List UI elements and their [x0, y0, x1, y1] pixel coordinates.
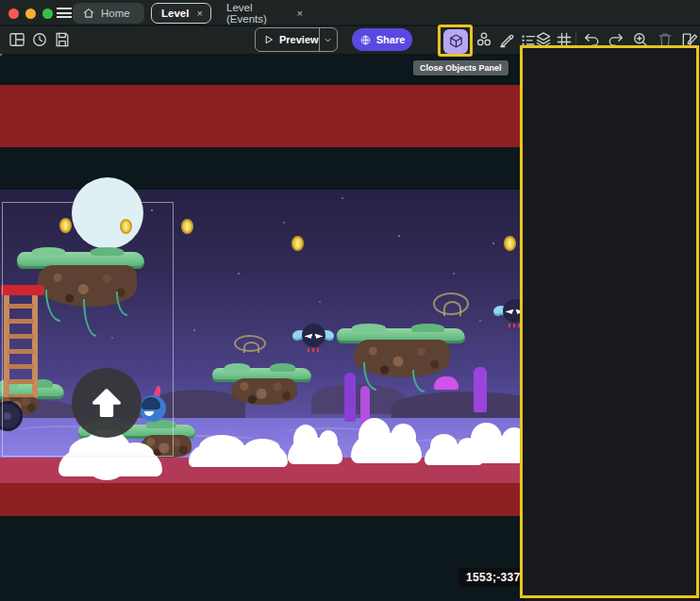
- share-button[interactable]: Share: [352, 28, 412, 51]
- toolbar-separator: [575, 32, 576, 48]
- undo-icon[interactable]: [582, 30, 601, 49]
- more-options-icon[interactable]: ⋮: [678, 471, 690, 484]
- object-search-input[interactable]: [559, 86, 654, 99]
- object-icon: [563, 447, 579, 463]
- more-options-icon[interactable]: ⋮: [678, 282, 690, 295]
- more-options-icon[interactable]: ⋮: [678, 353, 690, 366]
- object-item-monsterparticles[interactable]: MonsterParticles ⋮: [525, 373, 700, 396]
- object-name: MonsterParticles: [585, 379, 673, 391]
- grid-icon[interactable]: [555, 30, 574, 49]
- macos-minimize-button[interactable]: [25, 8, 36, 19]
- preview-button[interactable]: Preview: [255, 27, 338, 52]
- expander-icon[interactable]: [549, 168, 558, 176]
- object-item-coinparticles[interactable]: CoinParticles ⋮: [525, 396, 700, 420]
- object-item-characters[interactable]: Characters ⋮: [525, 160, 700, 184]
- save-icon[interactable]: [53, 30, 72, 49]
- add-folder-icon[interactable]: [673, 84, 691, 100]
- platform-instance[interactable]: [212, 368, 311, 434]
- more-options-icon[interactable]: ⋮: [678, 235, 690, 248]
- object-item-leftboundary[interactable]: LeftBoundary ⋮: [525, 538, 700, 561]
- macos-zoom-button[interactable]: [42, 8, 53, 19]
- monster-instance[interactable]: [292, 322, 334, 354]
- more-options-icon[interactable]: ⋮: [678, 542, 690, 555]
- more-options-icon[interactable]: ⋮: [678, 164, 690, 177]
- globe-icon: [359, 34, 372, 46]
- tab-label: Home: [101, 8, 130, 19]
- object-item-platform4[interactable]: Platform4 ⋮: [525, 255, 700, 278]
- more-options-icon[interactable]: ⋮: [678, 518, 690, 531]
- object-item-portal[interactable]: Portal ⋮: [525, 278, 700, 302]
- object-icon: [563, 353, 579, 369]
- section-label: Scene Objects: [552, 142, 630, 156]
- object-icon: [563, 188, 579, 204]
- tab-level[interactable]: Level ×: [151, 3, 211, 24]
- gdevelop-window: Home Level × Level (Events) × Preview Sh…: [0, 0, 700, 601]
- play-icon: [263, 34, 275, 45]
- more-options-icon[interactable]: ⋮: [678, 306, 690, 319]
- more-options-icon[interactable]: ⋮: [678, 188, 690, 201]
- more-options-icon[interactable]: ⋮: [678, 400, 690, 413]
- object-item-clouds[interactable]: Clouds ⋮: [525, 467, 700, 491]
- platform-instance[interactable]: [337, 328, 465, 423]
- more-options-icon[interactable]: ⋮: [678, 424, 690, 437]
- jump-touch-button[interactable]: [72, 368, 142, 438]
- object-item-platform3[interactable]: Platform3 ⋮: [525, 231, 700, 255]
- object-item-scoretext[interactable]: ScoreText ⋮: [525, 491, 700, 514]
- checkpoint-instance[interactable]: [433, 292, 469, 315]
- more-options-icon[interactable]: ⋮: [678, 447, 690, 460]
- cloud-instance[interactable]: [189, 445, 288, 467]
- hamburger-menu-icon[interactable]: [57, 8, 72, 18]
- object-icon: [563, 542, 579, 558]
- close-tab-icon[interactable]: ×: [196, 8, 202, 19]
- paint-brush-icon[interactable]: [497, 30, 516, 49]
- share-label: Share: [376, 34, 406, 45]
- more-options-icon[interactable]: ⋮: [678, 376, 690, 390]
- preview-dropdown[interactable]: [319, 28, 337, 51]
- object-item-doorparticles[interactable]: DoorParticles ⋮: [525, 420, 700, 443]
- object-item-dustparticle[interactable]: DustParticle ⋮: [525, 443, 700, 467]
- cloud-instance[interactable]: [464, 436, 532, 463]
- cursor-coordinates-badge: 1553;-337: [458, 568, 527, 587]
- history-clock-icon[interactable]: [30, 30, 49, 49]
- object-item-platform2[interactable]: Platform2 ⋮: [525, 208, 700, 231]
- object-search-box[interactable]: [535, 81, 665, 103]
- background-plant-instance[interactable]: [474, 367, 487, 412]
- tab-home[interactable]: Home: [73, 3, 144, 24]
- object-item-checkpoint[interactable]: Checkpoint ⋮: [525, 302, 700, 326]
- object-item-platform1[interactable]: Platform1 ⋮: [525, 184, 700, 208]
- edit-scene-icon[interactable]: [680, 30, 699, 49]
- add-button-label: Add a new object: [578, 577, 663, 589]
- close-panel-icon[interactable]: ×: [681, 57, 689, 71]
- more-options-icon[interactable]: ⋮: [678, 494, 690, 508]
- close-tab-icon[interactable]: ×: [297, 8, 303, 19]
- section-global-objects[interactable]: Global Objects: [525, 113, 700, 137]
- layers-icon[interactable]: [534, 30, 553, 49]
- zoom-in-icon[interactable]: [631, 30, 650, 49]
- section-scene-objects[interactable]: Scene Objects: [525, 137, 700, 160]
- cloud-instance[interactable]: [288, 438, 342, 464]
- coin-instance[interactable]: [292, 236, 304, 251]
- more-options-icon[interactable]: ⋮: [678, 329, 690, 342]
- object-item-backgroundplants[interactable]: BackgroundPlants ⋮: [525, 514, 700, 538]
- add-new-object-button[interactable]: Add a new object: [536, 571, 690, 594]
- checkpoint-instance[interactable]: [234, 335, 266, 352]
- tab-level-events[interactable]: Level (Events) ×: [217, 3, 312, 24]
- object-groups-icon[interactable]: [475, 30, 493, 49]
- redo-icon[interactable]: [607, 30, 625, 49]
- tab-label: Level (Events): [226, 2, 290, 25]
- object-item-ladder[interactable]: Ladder ⋮: [525, 326, 700, 349]
- more-options-icon[interactable]: ⋮: [678, 211, 690, 225]
- coin-instance[interactable]: [181, 219, 193, 234]
- object-item-coin[interactable]: Coin ⋮: [525, 349, 700, 373]
- macos-close-button[interactable]: [8, 8, 19, 19]
- objects-panel-toggle-button[interactable]: [443, 29, 468, 54]
- more-options-icon[interactable]: ⋮: [678, 259, 690, 272]
- object-icon: [563, 211, 579, 227]
- object-name: Platform3: [585, 238, 635, 249]
- panel-layout-icon[interactable]: [8, 30, 26, 49]
- cloud-instance[interactable]: [351, 433, 422, 463]
- trash-icon[interactable]: [656, 30, 675, 49]
- object-name: Platform2: [585, 214, 635, 225]
- object-icon: [563, 518, 579, 534]
- coin-instance[interactable]: [504, 236, 516, 251]
